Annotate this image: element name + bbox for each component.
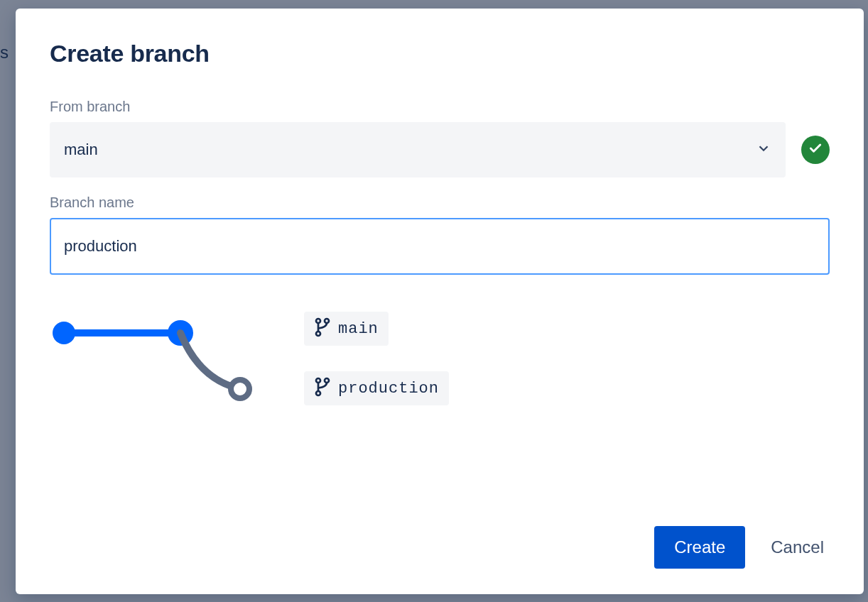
svg-point-4 [316,319,320,323]
git-branch-icon [314,377,331,400]
modal-footer: Create Cancel [50,526,830,569]
create-branch-modal: Create branch From branch main [16,9,864,594]
check-icon [808,141,823,158]
from-branch-row: main [50,122,830,177]
source-branch-name: main [338,320,379,338]
new-branch-name: production [338,380,439,398]
validation-check-badge [801,136,830,164]
branch-labels: main production [304,312,449,405]
from-branch-label: From branch [50,99,830,115]
svg-point-8 [325,378,329,383]
from-branch-value: main [64,141,98,159]
git-branch-icon [314,317,331,340]
svg-point-7 [316,378,320,383]
from-branch-select[interactable]: main [50,122,786,177]
new-branch-tag: production [304,371,449,405]
from-branch-field-group: From branch main [50,99,830,177]
svg-point-9 [316,391,320,395]
backdrop-text: s [0,43,9,62]
branch-name-field-group: Branch name [50,195,830,275]
source-branch-tag: main [304,312,389,346]
svg-point-3 [231,380,249,398]
modal-title: Create branch [50,40,830,67]
chevron-down-icon [756,141,771,159]
cancel-button[interactable]: Cancel [765,526,830,569]
svg-point-6 [316,332,320,336]
svg-point-1 [53,322,75,344]
svg-point-5 [325,319,329,323]
branch-name-input[interactable] [50,218,830,275]
branch-name-label: Branch name [50,195,830,211]
create-button[interactable]: Create [654,526,745,569]
branch-diagram [50,317,256,410]
branch-diagram-area: main production [50,317,830,410]
